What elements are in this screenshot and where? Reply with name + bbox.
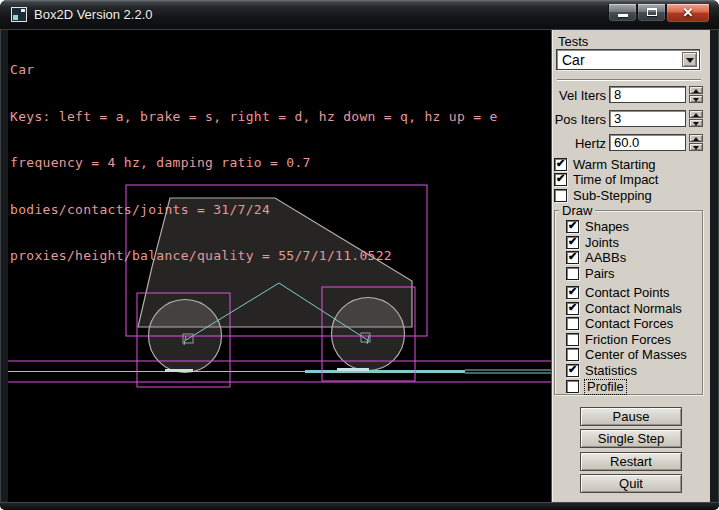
checkbox-label: Contact Normals [585,302,682,316]
hertz-input[interactable] [609,134,686,151]
checkbox-label: Pairs [585,267,615,281]
window-title: Box2D Version 2.2.0 [34,7,153,22]
arrow-up-icon [693,113,699,117]
checkbox-box[interactable] [566,220,579,233]
checkbox-label: Center of Masses [585,348,687,362]
checkbox-box[interactable] [554,158,567,171]
checkbox-box[interactable] [554,189,567,202]
checkbox-box[interactable] [566,236,579,249]
arrow-down-icon [693,98,699,102]
titlebar[interactable]: Box2D Version 2.2.0 ✕ [0,0,719,30]
right-wheel-contact-mark [337,368,369,371]
checkbox-box[interactable] [566,333,579,346]
control-panel: Tests Car Vel Iters Pos Iters [551,30,710,502]
tests-label: Tests [558,34,588,49]
checkbox-box[interactable] [566,380,579,393]
simulation-canvas[interactable]: Car Keys: left = a, brake = s, right = d… [8,30,551,502]
checkbox-label: Statistics [585,364,637,378]
checkbox-label: Contact Forces [585,317,673,331]
tests-dropdown[interactable]: Car [556,49,700,70]
hud-stats-line: bodies/contacts/joints = 31/7/24 [10,202,498,218]
checkbox-box[interactable] [566,302,579,315]
arrow-up-icon [693,89,699,93]
tests-dropdown-value: Car [562,52,585,68]
hud-keys-line: Keys: left = a, brake = s, right = d, hz… [10,109,498,125]
vel-iters-spinner [689,86,703,103]
checkbox-label: Contact Points [585,286,670,300]
checkbox-box[interactable] [566,317,579,330]
hertz-spin-down-button[interactable] [689,143,703,151]
checkbox-label: Friction Forces [585,333,671,347]
left-wheel-contact-mark [165,369,193,372]
hud-frequency-line: frequency = 4 hz, damping ratio = 0.7 [10,155,498,171]
checkbox-box[interactable] [554,173,567,186]
pos-iters-spin-down-button[interactable] [689,119,703,127]
vel-iters-spin-down-button[interactable] [689,95,703,103]
checkbox-label: AABBs [585,251,626,265]
checkbox-box[interactable] [566,251,579,264]
checkbox-label: Time of Impact [573,173,658,187]
pos-iters-spinner [689,110,703,127]
close-icon: ✕ [667,5,709,20]
checkbox-box[interactable] [566,364,579,377]
vel-iters-input[interactable] [609,86,686,103]
vel-iters-spin-up-button[interactable] [689,86,703,94]
pos-iters-row: Pos Iters [552,110,707,127]
minimize-button[interactable] [608,4,637,22]
hud-text: Car Keys: left = a, brake = s, right = d… [10,31,498,295]
close-button[interactable]: ✕ [666,4,710,23]
checkbox-label: Warm Starting [573,158,656,172]
hud-proxies-line: proxies/height/balance/quality = 55/7/1/… [10,248,498,264]
arrow-down-icon [693,146,699,150]
pos-iters-spin-up-button[interactable] [689,110,703,118]
maximize-icon [647,8,657,16]
tests-dropdown-arrow-button[interactable] [682,52,697,67]
pos-iters-label: Pos Iters [552,112,606,127]
separator [557,79,701,81]
hertz-spin-up-button[interactable] [689,134,703,142]
window-client-area: Car Keys: left = a, brake = s, right = d… [0,30,719,502]
restart-button[interactable]: Restart [580,452,682,471]
single-step-button[interactable]: Single Step [580,429,682,448]
maximize-button[interactable] [637,4,666,22]
quit-button[interactable]: Quit [580,474,682,493]
hertz-label: Hertz [552,136,606,151]
arrow-up-icon [693,137,699,141]
pause-button[interactable]: Pause [580,407,682,426]
checkbox-label: Shapes [585,220,629,234]
hud-test-title: Car [10,62,498,78]
hertz-spinner [689,134,703,151]
chevron-down-icon [686,58,694,63]
app-window: Box2D Version 2.2.0 ✕ [0,0,719,510]
hertz-row: Hertz [552,134,707,151]
checkbox-label: Sub-Stepping [573,189,652,203]
checkbox-box[interactable] [566,286,579,299]
checkbox-box[interactable] [566,267,579,280]
window-bottom-border [0,502,719,510]
checkbox-label: Joints [585,236,619,250]
vel-iters-label: Vel Iters [552,88,606,103]
vel-iters-row: Vel Iters [552,86,707,103]
app-icon [11,7,27,22]
minimize-icon [618,14,628,17]
arrow-down-icon [693,122,699,126]
checkbox-box[interactable] [566,348,579,361]
pos-iters-input[interactable] [609,110,686,127]
draw-group-title: Draw [559,203,595,218]
checkbox-label: Profile [585,380,626,394]
